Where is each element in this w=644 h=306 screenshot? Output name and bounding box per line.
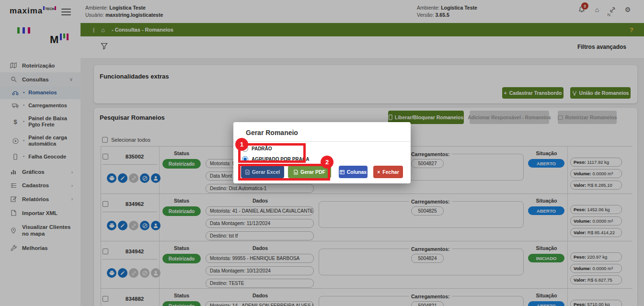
excel-file-icon [245, 170, 250, 175]
annotation-step-2: 2 [321, 156, 334, 169]
fechar-button[interactable]: × Fechar [373, 166, 403, 178]
annotation-step-1: 1 [235, 138, 248, 151]
gerar-romaneio-modal: Gerar Romaneio PADRÃO AGRUPADO POR PRAÇA… [233, 122, 411, 183]
close-icon: × [377, 169, 380, 175]
columns-icon [340, 170, 345, 174]
modal-title: Gerar Romaneio [246, 129, 298, 136]
radio-option-agrupado[interactable]: AGRUPADO POR PRAÇA [242, 155, 309, 163]
radio-label: AGRUPADO POR PRAÇA [252, 157, 309, 162]
radio-label: PADRÃO [252, 146, 272, 151]
radio-icon[interactable] [242, 156, 248, 162]
gerar-excel-button[interactable]: Gerar Excel [241, 166, 284, 178]
pdf-file-icon [294, 170, 298, 175]
colunas-button[interactable]: Colunas [339, 166, 368, 178]
